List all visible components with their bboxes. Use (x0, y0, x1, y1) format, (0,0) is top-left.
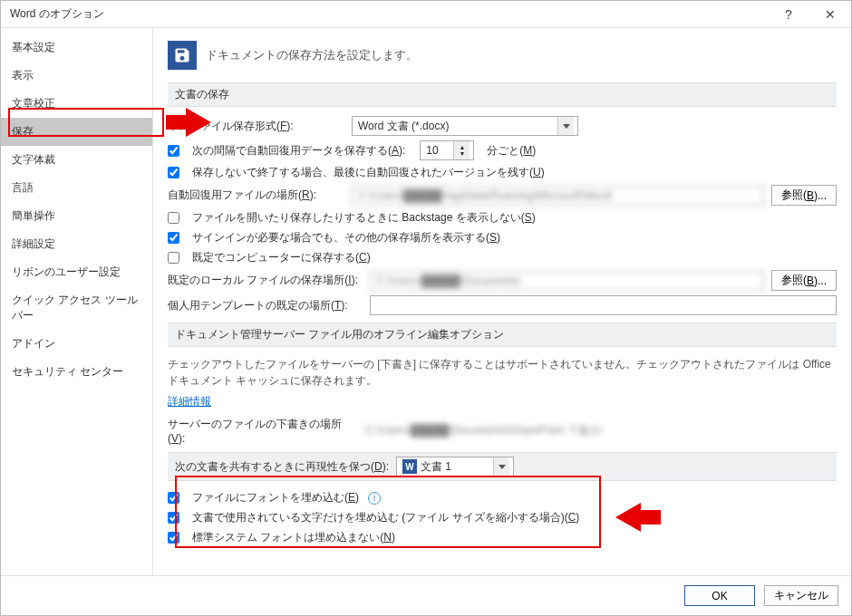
chevron-down-icon (557, 117, 574, 135)
titlebar: Word のオプション ? ✕ (1, 1, 851, 28)
server-location-label: サーバーのファイルの下書きの場所(V): (168, 417, 358, 445)
keep-last-label: 保存しないで終了する場合、最後に自動回復されたバージョンを残す(U) (192, 165, 545, 180)
section-share-label: 次の文書を共有するときに再現性を保つ(D): (175, 459, 389, 475)
autorecover-unit-label: 分ごと(M) (487, 143, 536, 159)
options-dialog: Word のオプション ? ✕ 基本設定 表示 文章校正 保存 文字体裁 言語 … (0, 0, 852, 616)
browse-default-button[interactable]: 参照(B)... (771, 270, 837, 291)
no-sys-fonts-label: 標準システム フォントは埋め込まない(N) (192, 530, 395, 545)
autorecover-checkbox[interactable] (168, 145, 179, 157)
keep-last-checkbox[interactable] (168, 167, 179, 178)
sidebar-item-language[interactable]: 言語 (1, 174, 152, 202)
browse-autorecover-button[interactable]: 参照(B)... (771, 185, 837, 206)
chevron-down-icon (493, 457, 509, 476)
server-location-value: C:\Users\█████\Documents\SharePoint 下書き\ (365, 423, 837, 438)
info-icon[interactable]: i (368, 492, 381, 505)
share-doc-dropdown[interactable]: W 文書 1 (396, 457, 514, 476)
section-title-save: 文書の保存 (168, 82, 837, 107)
section-title-server: ドキュメント管理サーバー ファイル用のオフライン編集オプション (168, 322, 837, 347)
word-icon: W (402, 459, 417, 474)
sidebar-item-general[interactable]: 基本設定 (1, 34, 152, 62)
autorecover-interval-value: 10 (426, 144, 438, 157)
share-doc-value: 文書 1 (421, 459, 451, 475)
sidebar-item-save[interactable]: 保存 (1, 118, 152, 146)
sidebar-item-trust[interactable]: セキュリティ センター (1, 358, 152, 386)
backstage-row: ファイルを開いたり保存したりするときに Backstage を表示しない(S) (168, 210, 837, 226)
embed-fonts-label: ファイルにフォントを埋め込む(E) (192, 490, 359, 505)
help-button[interactable]: ? (768, 1, 809, 28)
no-sys-fonts-checkbox[interactable] (168, 532, 179, 544)
file-format-label: 準のファイル保存形式(F): (168, 119, 344, 134)
template-location-field[interactable] (370, 295, 837, 315)
no-sys-fonts-row: 標準システム フォントは埋め込まない(N) (168, 530, 837, 545)
ok-button[interactable]: OK (684, 585, 755, 606)
file-format-row: 準のファイル保存形式(F): Word 文書 (*.docx) (168, 116, 837, 136)
signin-label: サインインが必要な場合でも、その他の保存場所を表示する(S) (192, 230, 500, 245)
content-header: ドキュメントの保存方法を設定します。 (168, 41, 837, 70)
save-computer-checkbox[interactable] (168, 252, 179, 264)
autorecover-label: 次の間隔で自動回復用データを保存する(A): (192, 143, 405, 159)
main-area: 基本設定 表示 文章校正 保存 文字体裁 言語 簡単操作 詳細設定 リボンのユー… (1, 28, 851, 575)
default-location-row: 既定のローカル ファイルの保存場所(I): C:\Users\█████\Doc… (168, 270, 837, 291)
embed-used-only-label: 文書で使用されている文字だけを埋め込む (ファイル サイズを縮小する場合)(C) (192, 510, 579, 525)
sidebar: 基本設定 表示 文章校正 保存 文字体裁 言語 簡単操作 詳細設定 リボンのユー… (1, 28, 153, 575)
autorecover-interval-spinner[interactable]: 10 ▲▼ (420, 140, 474, 160)
embed-fonts-checkbox[interactable] (168, 492, 179, 504)
backstage-label: ファイルを開いたり保存したりするときに Backstage を表示しない(S) (192, 210, 536, 226)
keep-last-row: 保存しないで終了する場合、最後に自動回復されたバージョンを残す(U) (168, 165, 837, 180)
file-format-dropdown[interactable]: Word 文書 (*.docx) (352, 116, 578, 136)
sidebar-item-ease[interactable]: 簡単操作 (1, 202, 152, 230)
dialog-footer: OK キャンセル (1, 575, 851, 615)
autorecover-location-field[interactable]: C:\Users\█████\AppData\Roaming\Microsoft… (352, 186, 764, 206)
autorecover-row: 次の間隔で自動回復用データを保存する(A): 10 ▲▼ 分ごと(M) (168, 140, 837, 160)
signin-checkbox[interactable] (168, 232, 179, 244)
content-panel: ドキュメントの保存方法を設定します。 文書の保存 準のファイル保存形式(F): … (153, 28, 851, 575)
embed-fonts-row: ファイルにフォントを埋め込む(E) i (168, 490, 837, 505)
template-location-row: 個人用テンプレートの既定の場所(T): (168, 295, 837, 315)
save-computer-row: 既定でコンピューターに保存する(C) (168, 250, 837, 265)
template-location-label: 個人用テンプレートの既定の場所(T): (168, 298, 363, 313)
spinner-buttons-icon: ▲▼ (453, 141, 470, 159)
sidebar-item-display[interactable]: 表示 (1, 62, 152, 90)
backstage-checkbox[interactable] (168, 212, 179, 224)
sidebar-item-qat[interactable]: クイック アクセス ツール バー (1, 286, 152, 330)
sidebar-item-advanced[interactable]: 詳細設定 (1, 230, 152, 258)
file-format-value: Word 文書 (*.docx) (358, 119, 449, 134)
embed-used-only-row: 文書で使用されている文字だけを埋め込む (ファイル サイズを縮小する場合)(C) (168, 510, 837, 525)
save-icon (168, 41, 197, 70)
autorecover-location-label: 自動回復用ファイルの場所(R): (168, 188, 344, 203)
close-button[interactable]: ✕ (809, 1, 851, 28)
sidebar-item-addins[interactable]: アドイン (1, 330, 152, 358)
server-location-row: サーバーのファイルの下書きの場所(V): C:\Users\█████\Docu… (168, 417, 837, 445)
signin-row: サインインが必要な場合でも、その他の保存場所を表示する(S) (168, 230, 837, 245)
sidebar-item-proofing[interactable]: 文章校正 (1, 90, 152, 118)
default-location-label: 既定のローカル ファイルの保存場所(I): (168, 273, 363, 288)
sidebar-item-typography[interactable]: 文字体裁 (1, 146, 152, 174)
content-header-text: ドキュメントの保存方法を設定します。 (206, 47, 418, 63)
window-title: Word のオプション (10, 6, 768, 22)
section-title-share: 次の文書を共有するときに再現性を保つ(D): W 文書 1 (168, 452, 837, 481)
titlebar-controls: ? ✕ (768, 1, 851, 28)
save-computer-label: 既定でコンピューターに保存する(C) (192, 250, 371, 265)
cancel-button[interactable]: キャンセル (764, 585, 838, 606)
embed-used-only-checkbox[interactable] (168, 512, 179, 524)
more-info-link[interactable]: 詳細情報 (168, 395, 211, 408)
server-desc-text: チェックアウトしたファイルをサーバーの [下書き] に保存することはサポートされ… (168, 356, 837, 389)
sidebar-item-ribbon[interactable]: リボンのユーザー設定 (1, 258, 152, 286)
autorecover-location-row: 自動回復用ファイルの場所(R): C:\Users\█████\AppData\… (168, 185, 837, 206)
default-location-field[interactable]: C:\Users\█████\Documents\ (370, 271, 764, 291)
